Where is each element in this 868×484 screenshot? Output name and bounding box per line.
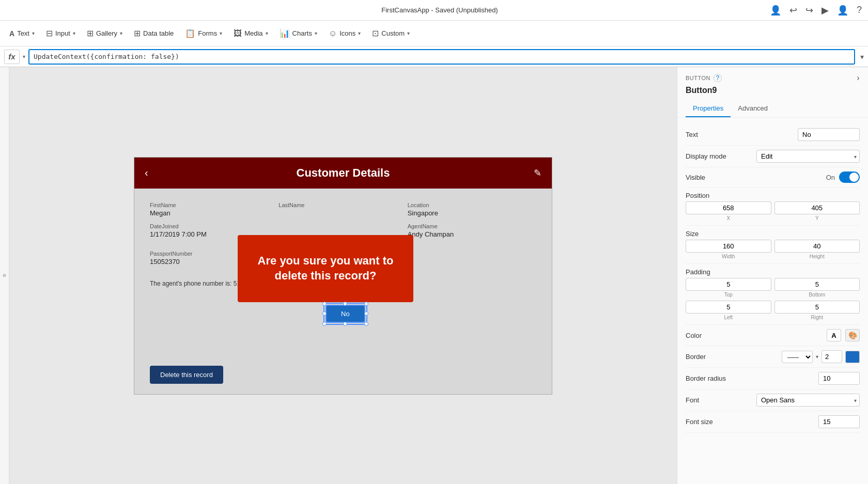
prop-size-row: Size Width Height [686,226,860,264]
custom-icon: ⊡ [372,28,379,38]
font-select[interactable]: Open Sans Arial Calibri [756,394,860,407]
size-h-cell: Height [774,240,860,259]
pad-right-input[interactable] [774,301,860,314]
gallery-icon: ⊞ [87,28,94,38]
text-icon: A [9,29,14,38]
forms-chevron: ▾ [220,30,222,36]
undo-icon[interactable]: ↩ [789,5,797,16]
pad-bottom-input[interactable] [774,278,860,291]
toolbar-label-icons: Icons [339,29,355,37]
formula-expand-icon[interactable]: ▾ [860,53,864,61]
prop-position-row: Position X Y [686,188,860,226]
formula-input[interactable] [28,49,855,65]
border-style-chevron: ▾ [816,354,818,360]
pos-x-cell: X [686,201,771,221]
prop-text-input[interactable] [798,128,860,141]
prop-color-label: Color [686,332,702,339]
sidebar-toggle-icon: ≡ [2,274,8,277]
visible-toggle[interactable] [839,171,860,183]
prop-borderradius-input[interactable] [818,372,860,385]
pos-y-input[interactable] [774,201,860,214]
pos-x-label: X [686,215,771,221]
edit-icon[interactable]: ✎ [534,167,541,179]
app-header: ‹ Customer Details ✎ [134,158,552,189]
border-width-input[interactable] [822,350,842,363]
pos-x-input[interactable] [686,201,771,214]
color-controls: A 🎨 [827,329,860,341]
toolbar-item-gallery[interactable]: ⊞ Gallery ▾ [82,25,128,41]
charts-icon: 📊 [280,28,290,38]
input-icon: ⊟ [46,28,53,38]
play-icon[interactable]: ▶ [822,5,829,16]
help-icon[interactable]: ? [857,5,862,15]
field-location-label: Location [408,202,536,208]
icons-icon: ☺ [329,29,337,38]
toolbar-item-input[interactable]: ⊟ Input ▾ [41,25,81,41]
icons-chevron: ▾ [358,30,361,36]
app-frame: ‹ Customer Details ✎ FirstName Megan Las… [134,157,552,395]
prop-padding-label: Padding [686,268,710,276]
prop-visible-label: Visible [686,174,705,181]
size-w-input[interactable] [686,240,771,253]
field-firstname-value: Megan [150,209,278,217]
prop-border-row: Border —— - - - ··· ▾ [686,346,860,368]
user-check-icon[interactable]: 👤 [770,5,781,16]
no-button[interactable]: No [326,305,365,323]
component-help-icon[interactable]: ? [714,74,722,82]
datatable-icon: ⊞ [134,28,141,38]
toolbar-item-media[interactable]: 🖼 Media ▾ [228,26,273,41]
pad-top-input[interactable] [686,278,771,291]
border-style-select[interactable]: —— - - - ··· [782,351,813,363]
panel-expand-button[interactable]: › [857,73,860,83]
size-h-input[interactable] [774,240,860,253]
app-title: FirstCanvasApp - Saved (Unpublished) [110,6,770,14]
prop-border-label: Border [686,353,706,361]
toolbar-item-icons[interactable]: ☺ Icons ▾ [323,26,366,41]
prop-padding-row: Padding Top Bottom Left [686,264,860,325]
pad-top-label: Top [686,292,771,298]
redo-icon[interactable]: ↪ [805,5,813,16]
media-chevron: ▾ [266,30,268,36]
prop-fontsize-label: Font size [686,418,713,426]
prop-text-label: Text [686,131,698,138]
field-location: Location Singapore [408,199,536,220]
toolbar-item-charts[interactable]: 📊 Charts ▾ [274,25,322,41]
back-button[interactable]: ‹ [145,167,148,179]
formula-dropdown-arrow[interactable]: ▾ [23,54,25,59]
toolbar-item-custom[interactable]: ⊡ Custom ▾ [367,25,415,41]
pad-bottom-cell: Bottom [774,278,860,298]
delete-record-button[interactable]: Delete this record [150,366,223,384]
toolbar-item-datatable[interactable]: ⊞ Data table [129,25,179,41]
prop-fontsize-row: Font size [686,411,860,433]
font-select-wrapper: Open Sans Arial Calibri ▾ [756,394,860,407]
charts-chevron: ▾ [315,30,317,36]
no-button-selected[interactable]: No [326,305,365,323]
confirm-overlay: Are you sure you want to delete this rec… [238,235,413,302]
input-chevron: ▾ [73,30,75,36]
prop-displaymode-select[interactable]: Edit View Disabled [756,150,860,163]
field-firstname: FirstName Megan [150,199,278,220]
top-bar: FirstCanvasApp - Saved (Unpublished) 👤 ↩… [0,0,868,21]
toolbar-item-forms[interactable]: 📋 Forms ▾ [180,25,227,41]
properties-section: Text Display mode Edit View Disabled ▾ V… [677,118,868,484]
color-picker-button[interactable]: 🎨 [845,329,860,341]
pad-left-label: Left [686,315,771,320]
toolbar-label-datatable: Data table [143,29,174,37]
toolbar-item-text[interactable]: A Text ▾ [4,26,40,41]
profile-icon[interactable]: 👤 [837,5,848,16]
pad-left-cell: Left [686,301,771,320]
fx-icon[interactable]: fx [4,50,20,64]
pad-left-input[interactable] [686,301,771,314]
border-color-swatch[interactable] [845,351,860,363]
visible-on-label: On [826,174,835,181]
pad-right-label: Right [774,315,860,320]
size-h-label: Height [774,254,860,259]
border-controls: —— - - - ··· ▾ [782,350,860,363]
tab-advanced[interactable]: Advanced [731,100,775,117]
tab-properties[interactable]: Properties [686,100,731,117]
prop-fontsize-input[interactable] [818,415,860,428]
toolbar-label-charts: Charts [292,29,312,37]
left-sidebar-toggle[interactable]: ≡ [0,67,9,484]
color-a-button[interactable]: A [827,329,841,341]
fx-label: fx [8,52,15,61]
